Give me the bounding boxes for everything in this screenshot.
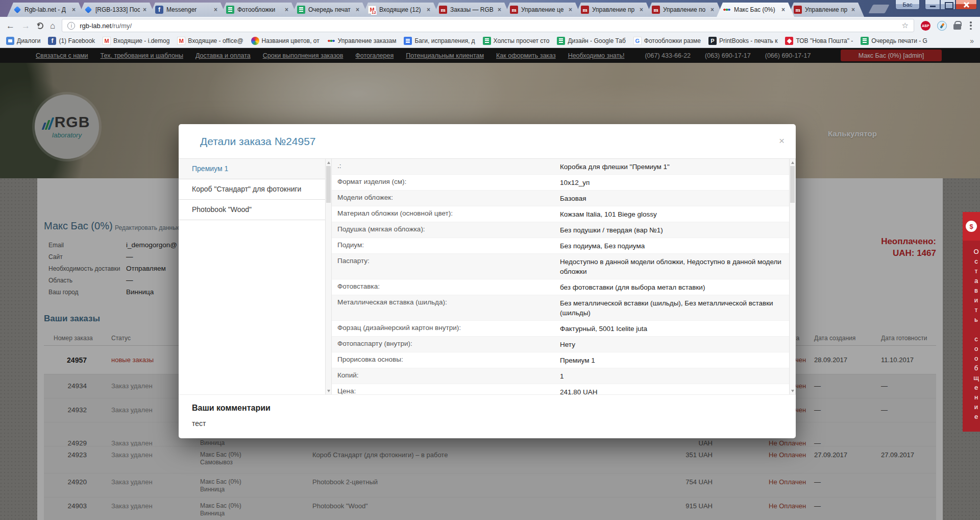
bookmark-label: Очередь печати - G [871,37,927,44]
tab-close-icon[interactable]: × [569,6,572,13]
scroll-up-icon[interactable] [326,159,331,166]
home-button[interactable]: ⌂ [50,21,55,30]
gmail-icon: M [177,37,185,45]
tab-close-icon[interactable]: × [214,6,217,13]
web-page: Связаться с нами Тех. требования и шабло… [0,48,980,520]
detail-label: Подушка (мягкая обложка): [332,225,560,235]
bookmarks-overflow-icon[interactable]: » [970,37,974,45]
sheets-icon [297,6,305,14]
browser-menu-icon[interactable] [970,21,972,30]
tab-ochered[interactable]: Очередь печат× [291,3,369,17]
scroll-down-icon[interactable] [790,388,795,394]
tab-close-icon[interactable]: × [781,6,785,13]
bookmark-novaposhta[interactable]: ТОВ "Нова Пошта" - [785,37,853,45]
sheets-icon [861,37,869,45]
scrollbar-thumb[interactable] [790,166,795,203]
window-buttons: Бас [895,0,977,10]
list-item-korob-standart[interactable]: Короб "Стандарт" для фотокниги [179,179,325,200]
list-item-photobook-wood[interactable]: Photobook "Wood" [179,200,325,220]
browser-profile-button[interactable]: Бас [895,0,920,10]
order-details-modal: Детали заказа №24957 × Премиум 1 Короб "… [179,124,796,438]
tab-fotooblozhki[interactable]: Фотообложки× [220,3,298,17]
tab-upravlenie-2[interactable]: mУправление пр× [575,3,652,17]
tab-rgb-lab[interactable]: Rgb-lab.net - Д× [7,3,85,17]
detail-value: Без подушки / твердая (вар №1) [560,225,789,235]
bookmark-fotooblozhki[interactable]: GФотообложки разме [633,37,701,45]
m-icon: m [652,6,660,14]
bookmark-inbox-idemog[interactable]: MВходящие - i.demog [103,37,169,45]
feedback-ribbon[interactable]: $ Оставить сообщение [963,212,980,432]
window-minimize-button[interactable] [925,0,940,10]
back-button[interactable]: ← [6,21,15,30]
tab-zakazy[interactable]: mЗаказы — RGB× [433,3,510,17]
tab-close-icon[interactable]: × [143,6,146,13]
detail-row: Фотопаспарту (внутри):Нету [332,337,789,352]
bookmark-facebook[interactable]: f(1) Facebook [48,37,95,45]
tab-title: Управление пр [592,6,636,13]
close-icon[interactable]: × [779,135,785,147]
bookmark-label: Фотообложки разме [644,37,701,44]
tab-close-icon[interactable]: × [356,6,359,13]
tab-close-icon[interactable]: × [640,6,643,13]
bookmark-orders-admin[interactable]: Управление заказам [327,37,397,45]
tab-upravlenie-3[interactable]: mУправление по× [646,3,723,17]
chat-icon[interactable]: $ [963,212,980,241]
detail-label: Металлическая вставка (шильда): [332,298,560,318]
details-scrollbar[interactable] [789,159,796,394]
bookmark-dialogi[interactable]: Диалоги [6,37,40,45]
tab-messenger[interactable]: fMessenger× [149,3,227,17]
bookmark-printbooks[interactable]: PPrintBooks - печать к [708,37,777,45]
list-scrollbar[interactable] [325,159,332,394]
tab-close-icon[interactable]: × [285,6,288,13]
facebook-icon: f [155,6,163,14]
reload-button[interactable] [37,22,43,29]
tab-maks-bas-active[interactable]: Макс Бас (0%)× [717,3,794,17]
detail-value: Фактурный, 5001 Icelite juta [560,324,789,334]
tab-inbox[interactable]: M12Входящие (12)× [362,3,439,17]
list-item-premium-1[interactable]: Премиум 1 [179,159,325,179]
bookmark-bugs[interactable]: Баги, исправления, д [404,37,475,45]
tab-close-icon[interactable]: × [72,6,76,13]
address-bar[interactable]: i rgb-lab.net/ru/my/ ☆ [62,19,914,32]
docs-icon [404,37,412,45]
detail-row: Подушка (мягкая обложка):Без подушки / т… [332,222,789,238]
window-maximize-button[interactable] [940,0,955,10]
compass-extension-icon[interactable] [937,21,947,31]
bookmark-design[interactable]: Дизайн - Google Таб [557,37,625,45]
scrollbar-thumb[interactable] [326,166,331,203]
tab-close-icon[interactable]: × [427,6,430,13]
detail-label: Паспарту: [332,257,560,276]
tab-title: Messenger [166,6,211,13]
bookmark-inbox-office[interactable]: MВходящие - office@ [177,37,243,45]
forward-button[interactable]: → [21,21,30,30]
detail-label: Фотовставка: [332,282,560,292]
lock-extension-icon[interactable] [953,24,961,30]
bookmark-star-icon[interactable]: ☆ [902,21,909,30]
bookmark-label: Входящие - i.demog [113,37,169,44]
window-close-button[interactable] [955,0,977,10]
url-path: /ru/my/ [111,22,132,30]
detail-label: Модели обложек: [332,194,560,203]
tab-upravlenie-1[interactable]: mУправление це× [504,3,581,17]
detail-value: без фотовставки (для выбора метал вставк… [560,282,789,292]
bookmark-colors[interactable]: Названия цветов, от [251,37,320,45]
tab-close-icon[interactable]: × [851,6,855,13]
bookmark-print-queue[interactable]: Очередь печати - G [861,37,927,45]
detail-label: Материал обложки (основной цвет): [332,209,560,219]
page-info-icon[interactable]: i [67,22,75,30]
detail-label: Фотопаспарту (внутри): [332,340,560,349]
tab-upravlenie-4[interactable]: mУправление пр× [788,3,864,17]
tab-title: Заказы — RGB [450,6,495,13]
bookmark-label: (1) Facebook [59,37,95,44]
tab-close-icon[interactable]: × [498,6,501,13]
scroll-down-icon[interactable] [326,388,331,394]
tab-rgb-1333[interactable]: [RGB-1333] Пос× [78,3,156,17]
adblock-extension-icon[interactable]: ABP [921,21,930,31]
bookmark-canvas[interactable]: Холсты просчет сто [483,37,550,45]
detail-row: Прорисовка основы:Премиум 1 [332,352,789,368]
new-tab-button[interactable] [868,5,889,13]
bookmark-label: Названия цветов, от [262,37,320,44]
tab-close-icon[interactable]: × [710,6,714,13]
detail-value: Коробка для флешки "Премиум 1" [560,162,789,172]
scroll-up-icon[interactable] [790,159,795,166]
